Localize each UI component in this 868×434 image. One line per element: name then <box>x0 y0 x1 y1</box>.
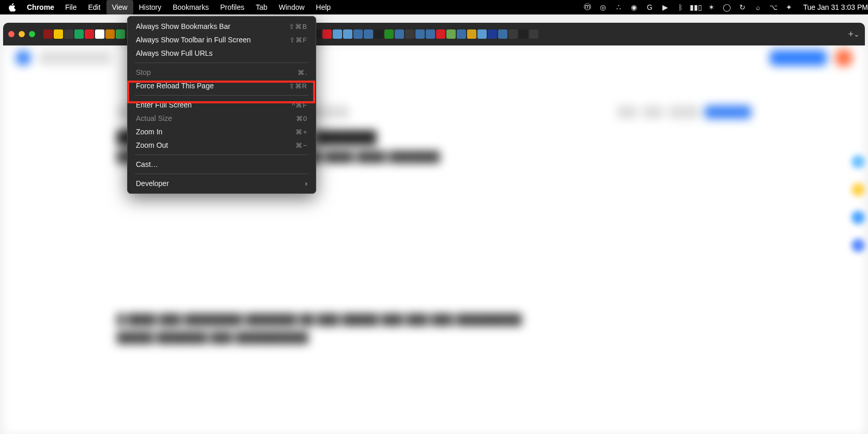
pinned-tab[interactable] <box>508 29 518 39</box>
control-center-icon[interactable]: ⌥ <box>769 3 778 12</box>
menu-item-always-show-toolbar-in-full-screen[interactable]: Always Show Toolbar in Full Screen⇧⌘F <box>128 33 316 47</box>
menu-item-label: Always Show Bookmarks Bar <box>136 22 230 30</box>
pinned-tab[interactable] <box>333 29 342 39</box>
menu-window[interactable]: Window <box>273 0 311 14</box>
search-icon[interactable]: ⌕ <box>753 3 763 12</box>
menu-item-zoom-in[interactable]: Zoom In⌘+ <box>128 125 316 138</box>
pinned-tab[interactable] <box>395 29 404 39</box>
menu-item-label: Always Show Toolbar in Full Screen <box>136 36 251 44</box>
submenu-arrow-icon: › <box>305 179 307 188</box>
pinned-tab[interactable] <box>446 29 456 39</box>
menu-item-label: Enter Full Screen <box>136 101 192 109</box>
menu-item-shortcut: ⌘0 <box>296 115 307 122</box>
user-circle-icon[interactable]: ◯ <box>722 3 732 12</box>
menu-tab[interactable]: Tab <box>250 0 273 14</box>
pinned-tab[interactable] <box>364 29 373 39</box>
macos-menubar: Chrome FileEditViewHistoryBookmarksProfi… <box>0 0 868 14</box>
pinned-tab[interactable] <box>519 29 528 39</box>
menu-item-force-reload-this-page[interactable]: Force Reload This Page⇧⌘R <box>128 79 316 92</box>
time-machine-icon[interactable]: ↻ <box>738 3 747 12</box>
menu-separator <box>135 174 308 174</box>
menu-item-label: Developer <box>136 179 169 188</box>
pinned-tab[interactable] <box>85 29 94 39</box>
record-icon[interactable]: ◉ <box>629 3 639 12</box>
menu-item-label: Zoom Out <box>136 141 168 149</box>
menu-item-stop: Stop⌘. <box>128 66 316 79</box>
wifi-icon[interactable]: ✶ <box>707 3 716 12</box>
pinned-tab[interactable] <box>477 29 487 39</box>
menu-item-zoom-out[interactable]: Zoom Out⌘− <box>128 138 316 152</box>
mk-icon[interactable]: ⓜ <box>583 3 592 12</box>
menu-history[interactable]: History <box>133 0 167 14</box>
battery-icon[interactable]: ▮▮▯ <box>691 3 701 12</box>
menubar-clock[interactable]: Tue Jan 31 3:03 PM <box>803 3 868 11</box>
menu-file[interactable]: File <box>59 0 83 14</box>
menu-separator <box>135 154 308 155</box>
menu-item-label: Stop <box>136 68 151 76</box>
menu-item-shortcut: ⌘+ <box>296 128 307 136</box>
pinned-tab[interactable] <box>374 29 383 39</box>
pinned-tab[interactable] <box>322 29 332 39</box>
menu-item-shortcut: ⇧⌘F <box>289 36 307 44</box>
menu-help[interactable]: Help <box>310 0 336 14</box>
window-fullscreen-button[interactable] <box>29 31 35 37</box>
play-circle-icon[interactable]: ▶ <box>660 3 670 12</box>
menu-separator <box>135 63 308 63</box>
apple-menu-icon[interactable] <box>5 3 19 12</box>
G-icon[interactable]: G <box>645 3 654 12</box>
menu-profiles[interactable]: Profiles <box>214 0 250 14</box>
menu-item-label: Actual Size <box>136 114 172 122</box>
pinned-tab[interactable] <box>343 29 352 39</box>
menu-item-label: Always Show Full URLs <box>136 49 213 57</box>
pinned-tab[interactable] <box>457 29 466 39</box>
menu-item-actual-size: Actual Size⌘0 <box>128 112 316 125</box>
view-menu-dropdown: Always Show Bookmarks Bar⇧⌘BAlways Show … <box>127 16 316 194</box>
menu-separator <box>135 95 308 96</box>
pinned-tab[interactable] <box>488 29 497 39</box>
window-close-button[interactable] <box>8 31 14 37</box>
menu-item-shortcut: ⌘− <box>296 142 307 149</box>
menu-item-developer[interactable]: Developer› <box>128 177 316 190</box>
pinned-tab[interactable] <box>405 29 414 39</box>
dots-icon[interactable]: ∴ <box>614 3 623 12</box>
menu-item-enter-full-screen[interactable]: Enter Full Screen^⌘F <box>128 98 316 112</box>
tab-overflow-button[interactable]: ⌄ <box>854 30 860 38</box>
menu-item-shortcut: ⇧⌘B <box>289 23 307 30</box>
pinned-tab[interactable] <box>436 29 445 39</box>
menu-view[interactable]: View <box>106 0 133 14</box>
cc-icon[interactable]: ◎ <box>598 3 608 12</box>
pinned-tab[interactable] <box>54 29 63 39</box>
menu-item-cast[interactable]: Cast… <box>128 158 316 171</box>
window-traffic-lights <box>8 31 35 37</box>
new-tab-button[interactable]: + <box>848 29 854 40</box>
pinned-tab[interactable] <box>467 29 476 39</box>
menu-item-shortcut: ⌘. <box>298 69 307 76</box>
pinned-tab[interactable] <box>426 29 435 39</box>
menu-bookmarks[interactable]: Bookmarks <box>167 0 214 14</box>
active-app-name[interactable]: Chrome <box>22 3 59 11</box>
pinned-tab[interactable] <box>415 29 425 39</box>
menu-item-label: Force Reload This Page <box>136 82 214 90</box>
pinned-tab[interactable] <box>529 29 538 39</box>
pinned-tab[interactable] <box>64 29 73 39</box>
pinned-tab[interactable] <box>384 29 394 39</box>
menu-edit[interactable]: Edit <box>82 0 106 14</box>
pinned-tab[interactable] <box>95 29 104 39</box>
pinned-tab[interactable] <box>43 29 53 39</box>
pinned-tab[interactable] <box>116 29 125 39</box>
menu-item-label: Zoom In <box>136 128 162 136</box>
menu-item-shortcut: ⇧⌘R <box>289 82 307 90</box>
menu-item-always-show-full-urls[interactable]: Always Show Full URLs <box>128 47 316 60</box>
menu-item-label: Cast… <box>136 160 158 168</box>
pinned-tab[interactable] <box>74 29 84 39</box>
bluetooth-icon[interactable]: ᛒ <box>676 3 685 12</box>
siri-icon[interactable]: ✦ <box>784 3 794 12</box>
window-minimize-button[interactable] <box>19 31 25 37</box>
menu-item-always-show-bookmarks-bar[interactable]: Always Show Bookmarks Bar⇧⌘B <box>128 20 316 33</box>
pinned-tab[interactable] <box>105 29 115 39</box>
menu-item-shortcut: ^⌘F <box>292 101 307 109</box>
pinned-tab[interactable] <box>353 29 363 39</box>
pinned-tab[interactable] <box>498 29 507 39</box>
side-panel-icons <box>851 155 865 252</box>
